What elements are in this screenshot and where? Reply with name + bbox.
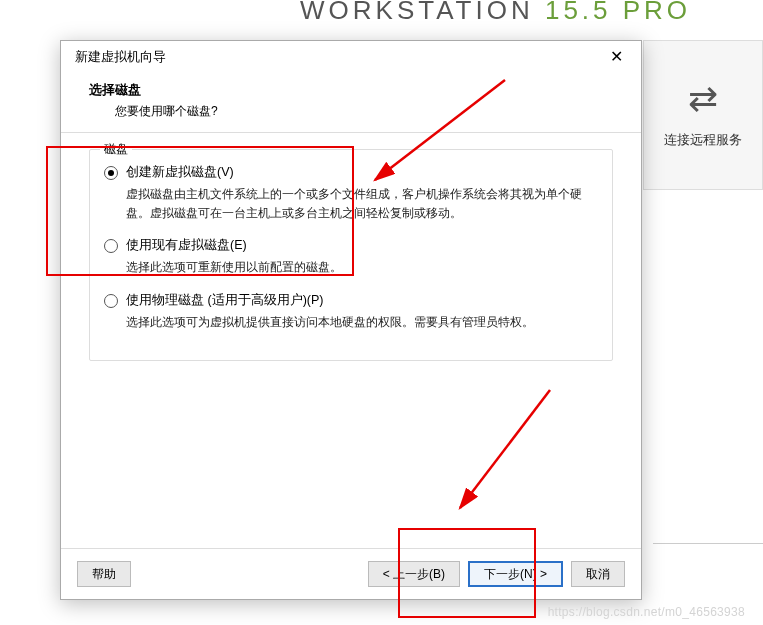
wizard-dialog: 新建虚拟机向导 ✕ 选择磁盘 您要使用哪个磁盘? 磁盘 创建新虚拟磁盘(V) 虚… [60,40,642,600]
group-title: 磁盘 [100,141,132,158]
title-edition: PRO [623,0,691,25]
header-subtitle: 您要使用哪个磁盘? [89,99,641,120]
dialog-title: 新建虚拟机向导 [75,48,166,66]
help-button[interactable]: 帮助 [77,561,131,587]
watermark: https://blog.csdn.net/m0_46563938 [548,605,745,619]
dialog-titlebar: 新建虚拟机向导 ✕ [61,41,641,73]
connect-remote-icon: ⇄ [688,81,718,117]
dialog-content: 磁盘 创建新虚拟磁盘(V) 虚拟磁盘由主机文件系统上的一个或多个文件组成，客户机… [61,133,641,548]
option-use-physical-disk[interactable]: 使用物理磁盘 (适用于高级用户)(P) [104,292,598,309]
option-label: 使用现有虚拟磁盘(E) [126,237,247,254]
radio-icon[interactable] [104,239,118,253]
option-description: 选择此选项可为虚拟机提供直接访问本地硬盘的权限。需要具有管理员特权。 [126,313,598,332]
background-app-title: WORKSTATION 15.5 PRO [300,0,691,26]
option-label: 创建新虚拟磁盘(V) [126,164,234,181]
radio-icon[interactable] [104,294,118,308]
option-label: 使用物理磁盘 (适用于高级用户)(P) [126,292,323,309]
option-description: 选择此选项可重新使用以前配置的磁盘。 [126,258,598,277]
dialog-header: 选择磁盘 您要使用哪个磁盘? [61,73,641,133]
close-icon[interactable]: ✕ [602,47,631,67]
title-main: WORKSTATION [300,0,545,25]
background-divider [653,543,763,544]
cancel-button[interactable]: 取消 [571,561,625,587]
option-use-existing-disk[interactable]: 使用现有虚拟磁盘(E) [104,237,598,254]
side-panel-tile[interactable]: ⇄ 连接远程服务 [643,40,763,190]
spacer [139,561,360,587]
radio-icon[interactable] [104,166,118,180]
header-title: 选择磁盘 [89,81,641,99]
dialog-footer: 帮助 < 上一步(B) 下一步(N) > 取消 [61,548,641,599]
connect-remote-label: 连接远程服务 [664,131,742,149]
disk-group: 磁盘 创建新虚拟磁盘(V) 虚拟磁盘由主机文件系统上的一个或多个文件组成，客户机… [89,149,613,361]
next-button[interactable]: 下一步(N) > [468,561,563,587]
back-button[interactable]: < 上一步(B) [368,561,460,587]
title-version: 15.5 [545,0,623,25]
option-create-new-disk[interactable]: 创建新虚拟磁盘(V) [104,164,598,181]
option-description: 虚拟磁盘由主机文件系统上的一个或多个文件组成，客户机操作系统会将其视为单个硬盘。… [126,185,598,223]
